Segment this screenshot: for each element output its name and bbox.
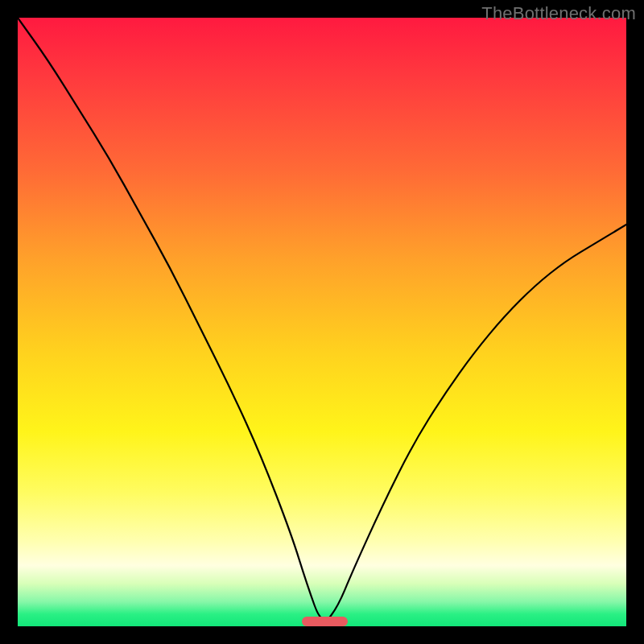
optimum-marker: [302, 617, 348, 626]
chart-frame: TheBottleneck.com: [0, 0, 644, 644]
plot-area: [18, 18, 626, 626]
bottleneck-curve: [18, 18, 626, 626]
curve-path: [18, 18, 626, 620]
watermark-text: TheBottleneck.com: [481, 3, 636, 24]
